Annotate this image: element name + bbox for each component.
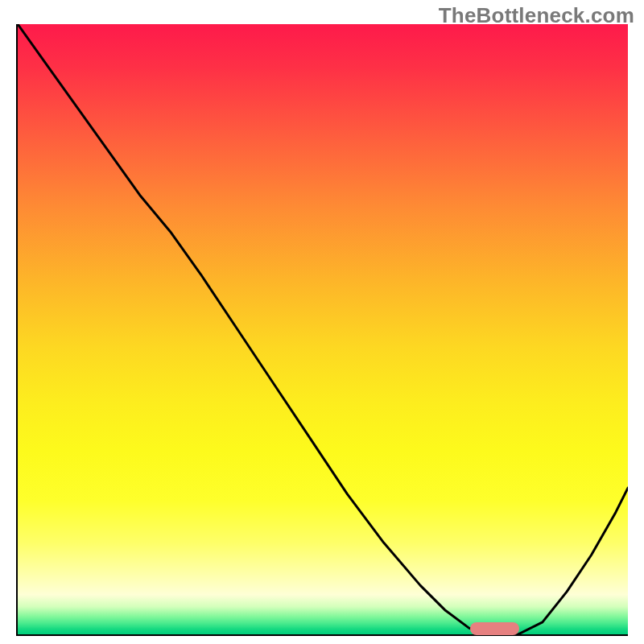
optimal-range-marker: [470, 622, 519, 635]
plot-area: [16, 24, 628, 636]
bottleneck-curve: [18, 24, 628, 634]
curve-path: [18, 24, 628, 634]
chart-frame: TheBottleneck.com: [0, 0, 644, 644]
